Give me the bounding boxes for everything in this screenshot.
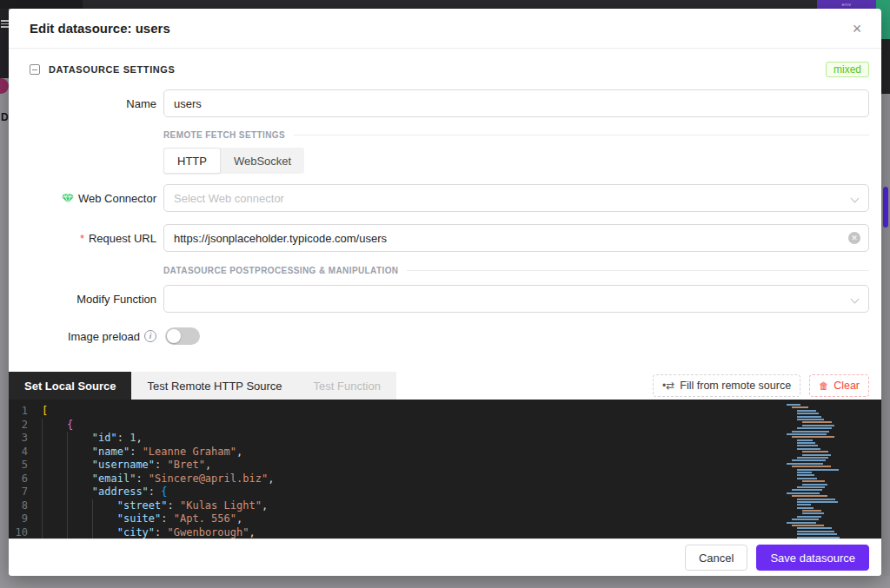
modify-function-select[interactable] bbox=[163, 285, 869, 313]
datasource-settings-section-header[interactable]: DATASOURCE SETTINGS mixed bbox=[30, 57, 869, 82]
app-topbar: env bbox=[0, 0, 890, 9]
trash-icon: 🗑 bbox=[819, 380, 828, 391]
cancel-button[interactable]: Cancel bbox=[685, 545, 747, 571]
clear-input-icon[interactable]: ✕ bbox=[848, 232, 860, 244]
edit-datasource-modal: Edit datasource: users × DATASOURCE SETT… bbox=[9, 9, 881, 576]
tab-set-local-source[interactable]: Set Local Source bbox=[9, 372, 131, 400]
modal-title: Edit datasource: users bbox=[30, 21, 170, 36]
modify-function-label: Modify Function bbox=[9, 293, 156, 306]
chevron-down-icon bbox=[852, 295, 859, 302]
app-right-edge bbox=[881, 39, 890, 94]
env-badge: env bbox=[817, 0, 876, 9]
close-icon[interactable]: × bbox=[847, 18, 867, 39]
clear-label: Clear bbox=[834, 380, 860, 392]
menu-icon bbox=[1, 20, 9, 30]
clear-button[interactable]: 🗑 Clear bbox=[809, 374, 869, 397]
request-url-input[interactable] bbox=[163, 224, 869, 252]
tab-test-function: Test Function bbox=[298, 372, 396, 400]
status-badge: mixed bbox=[826, 62, 869, 77]
app-topbar-left bbox=[0, 0, 83, 9]
minimap[interactable] bbox=[785, 404, 847, 538]
app-logo bbox=[0, 78, 9, 94]
code-lines: 1[2 {3 "id": 1,4 "name": "Leanne Graham"… bbox=[9, 405, 881, 538]
image-preload-label: Image preload bbox=[68, 330, 140, 343]
app-left-edge bbox=[0, 9, 9, 78]
page-scrollbar bbox=[881, 94, 890, 576]
divider-line bbox=[294, 135, 869, 135]
protocol-segmented: HTTP WebSocket bbox=[163, 148, 304, 174]
modal-header: Edit datasource: users × bbox=[9, 9, 881, 49]
postprocessing-divider: DATASOURCE POSTPROCESSING & MANIPULATION bbox=[163, 266, 398, 275]
name-label: Name bbox=[9, 97, 156, 110]
page-scrollbar-thumb bbox=[883, 187, 888, 228]
save-datasource-button[interactable]: Save datasource bbox=[756, 545, 869, 571]
source-tabbar: Set Local Source Test Remote HTTP Source… bbox=[9, 372, 881, 400]
image-preload-toggle[interactable] bbox=[165, 327, 200, 345]
remote-fetch-divider: REMOTE FETCH SETTINGS bbox=[163, 130, 285, 140]
collapse-icon[interactable] bbox=[30, 64, 40, 75]
web-connector-label: Web Connector bbox=[78, 192, 156, 205]
fill-from-remote-button[interactable]: •⇄ Fill from remote source bbox=[653, 374, 800, 397]
modal-footer: Cancel Save datasource bbox=[9, 538, 881, 576]
tab-test-remote-http-source[interactable]: Test Remote HTTP Source bbox=[131, 372, 297, 400]
section-label: DATASOURCE SETTINGS bbox=[49, 64, 175, 75]
web-connector-icon bbox=[62, 193, 74, 204]
divider-line bbox=[407, 270, 869, 271]
code-editor[interactable]: 1[2 {3 "id": 1,4 "name": "Leanne Graham"… bbox=[9, 400, 881, 538]
swap-icon: •⇄ bbox=[662, 380, 674, 392]
protocol-http-option[interactable]: HTTP bbox=[163, 148, 221, 174]
info-icon: i bbox=[144, 330, 156, 342]
web-connector-select[interactable]: Select Web connector bbox=[163, 184, 869, 212]
chevron-down-icon bbox=[852, 195, 859, 202]
request-url-label: Request URL bbox=[89, 232, 156, 245]
protocol-websocket-option[interactable]: WebSocket bbox=[221, 148, 304, 174]
fill-from-remote-label: Fill from remote source bbox=[680, 380, 791, 392]
required-asterisk: * bbox=[80, 232, 84, 245]
page-letter: D bbox=[1, 111, 9, 123]
name-input[interactable] bbox=[163, 89, 869, 117]
web-connector-placeholder: Select Web connector bbox=[174, 192, 284, 205]
